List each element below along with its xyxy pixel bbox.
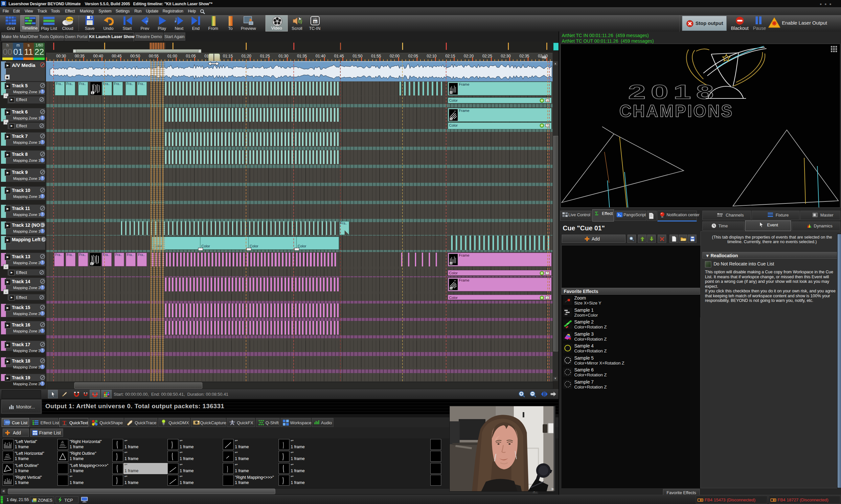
svg-text:Σ: Σ bbox=[595, 211, 598, 216]
svg-text:01: 01 bbox=[313, 20, 317, 24]
svg-text:1:11: 1:11 bbox=[313, 17, 317, 19]
svg-text:CHAMPIONS: CHAMPIONS bbox=[619, 102, 734, 121]
svg-text:EX: EX bbox=[230, 421, 234, 425]
svg-text:T: T bbox=[63, 420, 66, 426]
svg-text:beta: beta bbox=[67, 18, 73, 21]
svg-text:Σ: Σ bbox=[33, 422, 34, 426]
